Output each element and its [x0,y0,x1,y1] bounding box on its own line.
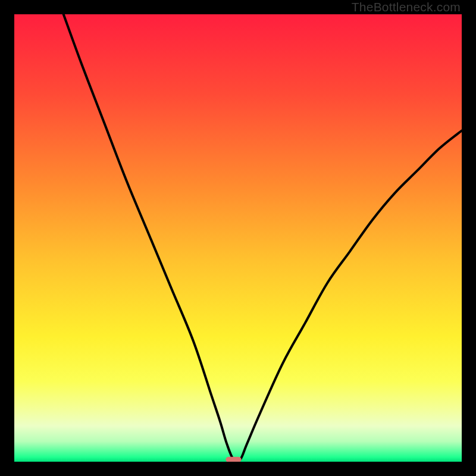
bottleneck-chart [14,14,462,462]
chart-background [14,14,462,462]
chart-frame [14,14,462,462]
watermark-text: TheBottleneck.com [352,0,461,14]
minimum-marker [226,457,241,462]
